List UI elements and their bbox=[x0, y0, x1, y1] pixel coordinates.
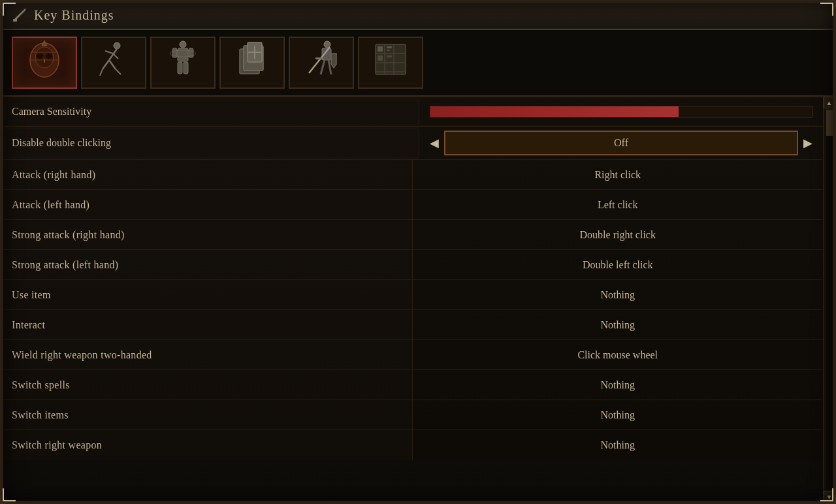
svg-rect-44 bbox=[387, 50, 390, 51]
setting-name-switch-items: Switch items bbox=[1, 400, 413, 430]
setting-name-interact: Interact bbox=[1, 310, 413, 339]
setting-value-switch-items[interactable]: Nothing bbox=[413, 400, 824, 430]
slider-fill bbox=[430, 106, 679, 117]
settings-list: Camera Sensitivity Disable double clicki… bbox=[1, 97, 823, 503]
tab-combat[interactable] bbox=[289, 37, 354, 89]
tab-interface[interactable] bbox=[358, 37, 423, 89]
setting-name-wield-right-weapon: Wield right weapon two-handed bbox=[1, 340, 413, 370]
setting-row-wield-right-weapon: Wield right weapon two-handed Click mous… bbox=[1, 340, 823, 370]
setting-row-strong-attack-right-hand: Strong attack (right hand) Double right … bbox=[1, 220, 823, 250]
setting-name-switch-spells: Switch spells bbox=[1, 370, 413, 400]
slider-container[interactable] bbox=[419, 98, 823, 125]
scrollbar-up-arrow[interactable]: ▲ bbox=[824, 97, 835, 108]
corner-bottom-right bbox=[820, 488, 833, 501]
setting-value-attack-left-hand[interactable]: Left click bbox=[413, 190, 824, 219]
tab-character[interactable] bbox=[150, 37, 216, 89]
setting-value-use-item[interactable]: Nothing bbox=[413, 280, 824, 309]
setting-name-switch-right-weapon: Switch right weapon bbox=[1, 430, 413, 460]
selector-right-arrow[interactable]: ▶ bbox=[798, 133, 818, 153]
setting-value-wield-right-weapon[interactable]: Click mouse wheel bbox=[413, 340, 824, 370]
setting-row-camera-sensitivity: Camera Sensitivity bbox=[1, 97, 823, 127]
svg-line-12 bbox=[105, 51, 113, 54]
svg-rect-33 bbox=[315, 57, 323, 59]
content-area: Camera Sensitivity Disable double clicki… bbox=[1, 97, 835, 503]
tab-movement-icon bbox=[95, 39, 133, 86]
setting-name-camera-sensitivity: Camera Sensitivity bbox=[1, 98, 419, 125]
corner-bottom-left bbox=[3, 488, 16, 501]
setting-row-strong-attack-left-hand: Strong attack (left hand) Double left cl… bbox=[1, 250, 823, 280]
setting-row-disable-double-clicking: Disable double clicking ◀ Off ▶ bbox=[1, 127, 823, 160]
setting-row-attack-right-hand: Attack (right hand) Right click bbox=[1, 160, 823, 190]
setting-value-switch-spells[interactable]: Nothing bbox=[413, 370, 824, 400]
tab-combat-icon bbox=[302, 39, 340, 86]
setting-row-attack-left-hand: Attack (left hand) Left click bbox=[1, 190, 823, 220]
svg-point-5 bbox=[46, 54, 52, 59]
setting-name-use-item: Use item bbox=[1, 280, 413, 309]
svg-point-4 bbox=[37, 54, 43, 59]
setting-name-strong-attack-right-hand: Strong attack (right hand) bbox=[1, 220, 413, 249]
svg-line-17 bbox=[116, 69, 121, 74]
svg-line-11 bbox=[109, 49, 117, 60]
setting-value-interact[interactable]: Nothing bbox=[413, 310, 824, 339]
tab-bar bbox=[1, 30, 835, 97]
svg-rect-1 bbox=[13, 19, 17, 22]
svg-rect-22 bbox=[178, 62, 182, 74]
svg-line-14 bbox=[103, 60, 109, 69]
setting-row-use-item: Use item Nothing bbox=[1, 280, 823, 310]
setting-value-strong-attack-left-hand[interactable]: Double left click bbox=[413, 250, 824, 279]
setting-name-disable-double-clicking: Disable double clicking bbox=[1, 129, 419, 157]
tab-keybindings[interactable] bbox=[12, 37, 77, 89]
tab-items[interactable] bbox=[219, 37, 285, 89]
svg-point-18 bbox=[180, 41, 186, 48]
svg-line-16 bbox=[100, 69, 103, 76]
setting-row-switch-right-weapon: Switch right weapon Nothing bbox=[1, 430, 823, 460]
tab-movement[interactable] bbox=[81, 37, 146, 89]
setting-row-interact: Interact Nothing bbox=[1, 310, 823, 340]
main-window: Key Bindings bbox=[0, 0, 836, 504]
setting-name-attack-right-hand: Attack (right hand) bbox=[1, 160, 413, 189]
slider-track[interactable] bbox=[430, 106, 812, 118]
svg-line-13 bbox=[113, 54, 118, 59]
svg-line-34 bbox=[321, 60, 325, 74]
setting-value-attack-right-hand[interactable]: Right click bbox=[413, 160, 824, 189]
svg-rect-42 bbox=[378, 46, 383, 52]
tab-interface-icon bbox=[372, 39, 410, 86]
selector-left-arrow[interactable]: ◀ bbox=[425, 133, 444, 153]
title-bar: Key Bindings bbox=[1, 1, 835, 30]
svg-rect-43 bbox=[387, 46, 392, 48]
svg-point-10 bbox=[114, 42, 120, 49]
svg-line-15 bbox=[109, 60, 116, 69]
setting-value-switch-right-weapon[interactable]: Nothing bbox=[413, 430, 824, 460]
tab-keybindings-icon bbox=[25, 39, 63, 86]
corner-top-right bbox=[820, 3, 833, 16]
svg-rect-23 bbox=[184, 62, 188, 74]
setting-value-strong-attack-right-hand[interactable]: Double right click bbox=[413, 220, 824, 249]
window-title: Key Bindings bbox=[34, 8, 114, 23]
svg-rect-46 bbox=[387, 55, 392, 57]
scrollbar-thumb[interactable] bbox=[826, 110, 833, 136]
setting-row-switch-spells: Switch spells Nothing bbox=[1, 370, 823, 400]
selector-control: ◀ Off ▶ bbox=[419, 127, 823, 159]
setting-name-strong-attack-left-hand: Strong attack (left hand) bbox=[1, 250, 413, 279]
scrollbar: ▲ ▼ bbox=[823, 97, 835, 503]
tab-character-icon bbox=[164, 39, 202, 86]
scrollbar-track bbox=[826, 110, 833, 490]
svg-point-30 bbox=[324, 41, 330, 48]
setting-row-switch-items: Switch items Nothing bbox=[1, 400, 823, 430]
tab-items-icon bbox=[233, 39, 271, 86]
corner-top-left bbox=[3, 3, 16, 16]
selector-value[interactable]: Off bbox=[444, 131, 798, 155]
setting-name-attack-left-hand: Attack (left hand) bbox=[1, 190, 413, 219]
svg-rect-45 bbox=[378, 55, 383, 61]
